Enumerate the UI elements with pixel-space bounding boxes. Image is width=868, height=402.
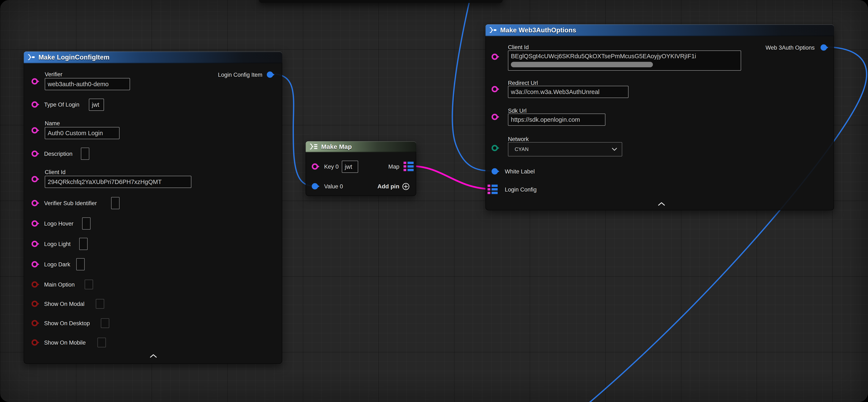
field-logo-light[interactable] xyxy=(79,238,88,250)
field-client-id[interactable]: BEglQSgt4cUWcj6SKRdu5QkOXTsePmMcusG5EAoy… xyxy=(508,51,741,70)
input-pin-login-config[interactable] xyxy=(488,184,498,194)
node-header-make-web3auth-options[interactable]: Make Web3AuthOptions xyxy=(486,24,834,36)
input-pin-sdk-url[interactable] xyxy=(492,114,498,120)
checkbox-main-option[interactable] xyxy=(85,280,93,289)
pin-label-client-id: Client Id xyxy=(508,44,529,51)
node-title: Make Map xyxy=(321,143,352,150)
output-label-web3auth-options: Web 3Auth Options xyxy=(766,45,815,51)
field-client-id[interactable]: 294QRkchfq2YaXUbPri7D6PH7xzHgQMT xyxy=(45,176,191,188)
input-pin-show-on-mobile[interactable] xyxy=(32,339,38,346)
input-pin-redirect-url[interactable] xyxy=(492,86,498,92)
pin-label-verifier-sub-identifier: Verifier Sub Identifier xyxy=(44,200,97,207)
field-verifier-sub-identifier[interactable] xyxy=(111,197,120,209)
partial-node-top[interactable] xyxy=(259,0,503,3)
input-pin-client-id[interactable] xyxy=(32,176,38,182)
collapse-chevron-icon[interactable] xyxy=(150,354,157,358)
input-pin-value-0[interactable] xyxy=(312,183,318,190)
output-label-map: Map xyxy=(388,164,399,170)
pin-label-main-option: Main Option xyxy=(44,282,75,288)
make-map-icon xyxy=(309,143,318,150)
field-logo-dark[interactable] xyxy=(76,258,85,270)
input-pin-show-on-modal[interactable] xyxy=(32,301,38,307)
output-pin-map[interactable] xyxy=(404,162,414,171)
pin-label-type-of-login: Type Of Login xyxy=(44,102,80,108)
make-struct-icon xyxy=(489,27,497,34)
pin-label-show-on-mobile: Show On Mobile xyxy=(44,340,86,346)
add-pin-label: Add pin xyxy=(377,183,399,190)
field-key-0[interactable]: jwt xyxy=(342,161,358,173)
pin-label-white-label: White Label xyxy=(505,168,535,175)
input-pin-description[interactable] xyxy=(32,150,38,157)
pin-label-show-on-desktop: Show On Desktop xyxy=(44,320,90,327)
input-pin-logo-hover[interactable] xyxy=(32,220,38,227)
field-verifier[interactable]: web3auth-auth0-demo xyxy=(45,78,130,90)
network-dropdown-value: CYAN xyxy=(515,146,529,152)
pin-label-logo-light: Logo Light xyxy=(44,241,70,248)
network-dropdown[interactable]: CYAN xyxy=(508,142,622,156)
node-make-map[interactable]: Make Map Key 0 jwt Map Value 0 Add pin xyxy=(306,141,416,196)
checkbox-show-on-modal[interactable] xyxy=(96,299,104,309)
pin-label-login-config: Login Config xyxy=(505,186,537,193)
input-pin-key-0[interactable] xyxy=(312,163,318,170)
output-pin-login-config-item[interactable] xyxy=(267,71,273,78)
input-pin-client-id[interactable] xyxy=(492,54,498,60)
input-pin-type-of-login[interactable] xyxy=(32,101,38,108)
blueprint-graph-canvas[interactable]: Make LoginConfigItem Login Config Item V… xyxy=(0,0,868,402)
make-struct-icon xyxy=(27,54,35,61)
field-sdk-url[interactable]: https://sdk.openlogin.com xyxy=(508,114,606,126)
node-make-web3auth-options[interactable]: Make Web3AuthOptions Web 3Auth Options C… xyxy=(486,24,834,210)
node-title: Make LoginConfigItem xyxy=(38,54,110,61)
input-pin-name[interactable] xyxy=(32,127,38,134)
collapse-chevron-icon[interactable] xyxy=(658,202,665,206)
input-pin-main-option[interactable] xyxy=(32,281,38,288)
add-pin-plus-icon xyxy=(402,182,410,191)
checkbox-show-on-desktop[interactable] xyxy=(101,318,109,328)
input-pin-verifier-sub-identifier[interactable] xyxy=(32,200,38,206)
pin-label-show-on-modal: Show On Modal xyxy=(44,301,85,307)
field-description[interactable] xyxy=(81,148,89,160)
field-logo-hover[interactable] xyxy=(82,218,91,230)
field-client-id-scrollbar[interactable] xyxy=(511,62,653,67)
output-label-login-config-item: Login Config Item xyxy=(218,72,262,78)
field-type-of-login[interactable]: jwt xyxy=(89,98,104,111)
add-pin-button[interactable]: Add pin xyxy=(377,182,410,191)
pin-label-sdk-url: Sdk Url xyxy=(508,108,527,114)
input-pin-logo-dark[interactable] xyxy=(32,261,38,267)
node-title: Make Web3AuthOptions xyxy=(500,27,576,34)
pin-label-logo-dark: Logo Dark xyxy=(44,261,70,268)
node-header-make-login-config-item[interactable]: Make LoginConfigItem xyxy=(24,52,282,63)
input-pin-show-on-desktop[interactable] xyxy=(32,320,38,326)
input-pin-white-label[interactable] xyxy=(492,168,498,174)
pin-label-description: Description xyxy=(44,151,72,157)
pin-label-client-id: Client Id xyxy=(45,169,66,176)
pin-label-key-0: Key 0 xyxy=(324,164,339,170)
field-redirect-url[interactable]: w3a://com.w3a.Web3AuthUnreal xyxy=(508,86,628,98)
checkbox-show-on-mobile[interactable] xyxy=(97,338,106,347)
pin-label-value-0: Value 0 xyxy=(324,183,343,190)
pin-label-network: Network xyxy=(508,136,529,143)
field-name[interactable]: Auth0 Custom Login xyxy=(45,127,120,139)
pin-label-redirect-url: Redirect Url xyxy=(508,80,538,86)
input-pin-network[interactable] xyxy=(492,145,498,151)
node-make-login-config-item[interactable]: Make LoginConfigItem Login Config Item V… xyxy=(24,52,282,364)
input-pin-logo-light[interactable] xyxy=(32,241,38,247)
pin-label-verifier: Verifier xyxy=(45,71,62,78)
chevron-down-icon xyxy=(612,148,617,151)
input-pin-verifier[interactable] xyxy=(32,78,38,85)
node-header-make-map[interactable]: Make Map xyxy=(306,141,416,152)
pin-label-name: Name xyxy=(45,120,60,127)
pin-label-logo-hover: Logo Hover xyxy=(44,221,73,227)
output-pin-web3auth-options[interactable] xyxy=(820,45,827,51)
